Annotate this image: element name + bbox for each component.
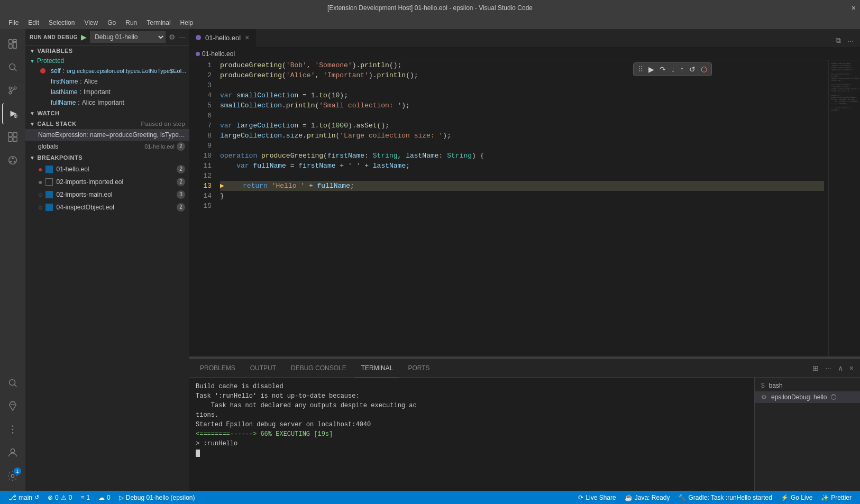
status-live-share[interactable]: ⟳ Live Share [574, 491, 620, 504]
more-actions-button[interactable]: ··· [845, 34, 856, 47]
activity-accounts[interactable] [2, 442, 23, 463]
status-remote[interactable]: ☁ 0 [94, 491, 115, 504]
tab-terminal[interactable]: TERMINAL [355, 359, 400, 378]
status-prettier[interactable]: ✨ Prettier [817, 491, 856, 504]
tab-close-button[interactable]: × [245, 33, 249, 42]
callstack-item-1[interactable]: globals 01-hello.eol 2 [25, 141, 189, 152]
tab-output[interactable]: OUTPUT [244, 359, 282, 378]
code-line-1: produceGreeting('Bob', 'Someone').printl… [220, 60, 824, 70]
code-line-8: largeCollection.size.println('Large coll… [220, 131, 824, 141]
activity-source-control[interactable] [2, 80, 23, 101]
bp-checkbox-0[interactable] [45, 166, 53, 173]
debug-draghandle[interactable]: ⠿ [636, 64, 645, 75]
bp-checkbox-3[interactable] [45, 204, 53, 211]
svg-point-7 [9, 91, 12, 94]
debug-continue-btn[interactable]: ▶ [646, 64, 656, 75]
bp-dot-ring-3: ○ [38, 202, 42, 213]
status-info[interactable]: ≡ 1 [76, 491, 94, 504]
debug-restart-btn[interactable]: ↺ [687, 64, 698, 75]
menu-file[interactable]: File [4, 18, 23, 28]
terminal-session-bash[interactable]: $ bash [755, 380, 860, 391]
status-branch[interactable]: ⎇ main ↺ [4, 491, 43, 504]
terminal-output[interactable]: Build cache is disabled Task ':runHello'… [189, 378, 754, 491]
variable-lastname[interactable]: lastName : Important [25, 87, 189, 97]
variable-fullname[interactable]: fullName : Alice Important [25, 97, 189, 108]
callstack-item-0[interactable]: NameExpression: name=produceGreeting, is… [25, 129, 189, 141]
bp-checkbox-2[interactable] [45, 191, 53, 198]
close-button[interactable]: × [852, 4, 856, 12]
activity-remote[interactable] [2, 150, 23, 171]
panel-up-btn[interactable]: ∧ [836, 363, 845, 373]
editor-top: 01-hello.eol × ⧉ ··· 01-hello.eol ⠿ ▶ [189, 29, 860, 356]
bp-checkbox-1[interactable] [45, 178, 53, 186]
tab-debug-console[interactable]: DEBUG CONSOLE [285, 359, 353, 378]
terminal-line-4: tions. [196, 410, 748, 420]
error-count: 0 [55, 494, 59, 501]
tab-problems[interactable]: PROBLEMS [194, 359, 242, 378]
breakpoint-item-0[interactable]: ● 01-hello.eol 2 [25, 163, 189, 176]
bp-dot-ring-2: ○ [38, 189, 42, 200]
activity-search[interactable] [2, 57, 23, 78]
live-share-label: Live Share [585, 494, 616, 501]
svg-point-4 [10, 64, 15, 70]
breakpoint-item-1[interactable]: ● 02-imports-imported.eol 2 [25, 176, 189, 188]
status-errors[interactable]: ⊗ 0 ⚠ 0 [43, 491, 76, 504]
status-java[interactable]: ☕ Java: Ready [620, 491, 674, 504]
activity-search-bottom[interactable] [2, 372, 23, 393]
debug-stop-btn[interactable]: ⬡ [699, 64, 709, 75]
panel-more-btn[interactable]: ··· [823, 363, 834, 373]
variables-section-header[interactable]: ▼ VARIABLES [25, 45, 189, 56]
tab-label: 01-hello.eol [205, 34, 241, 42]
menu-terminal[interactable]: Terminal [142, 18, 175, 28]
info-count: 1 [86, 494, 90, 501]
panel-layout-btn[interactable]: ⊞ [810, 363, 821, 373]
code-container[interactable]: 1 2 3 4 5 6 7 8 9 10 11 12 13 14 [189, 60, 860, 356]
activity-test[interactable] [2, 396, 23, 417]
panel-close-btn[interactable]: × [847, 363, 856, 373]
status-debug[interactable]: ▷ Debug 01-hello (epsilon) [115, 491, 199, 504]
activity-more[interactable] [2, 419, 23, 440]
menu-edit[interactable]: Edit [24, 18, 43, 28]
breakpoint-item-2[interactable]: ○ 02-imports-main.eol 3 [25, 188, 189, 201]
breadcrumb: 01-hello.eol [189, 48, 860, 60]
tab-ports[interactable]: PORTS [401, 359, 436, 378]
debug-into-btn[interactable]: ↓ [669, 64, 677, 75]
app-title: [Extension Development Host] 01-hello.eo… [327, 4, 533, 12]
svg-point-8 [14, 87, 16, 89]
callstack-header[interactable]: ▼ CALL STACK Paused on step [25, 118, 189, 129]
menu-help[interactable]: Help [176, 18, 198, 28]
variable-firstname[interactable]: firstName : Alice [25, 76, 189, 87]
debug-configuration-select[interactable]: Debug 01-hello [90, 31, 166, 43]
menu-run[interactable]: Run [121, 18, 141, 28]
terminal-cursor [196, 450, 200, 457]
split-editor-button[interactable]: ⧉ [834, 34, 843, 47]
protected-group-header[interactable]: ▼ Protected [25, 56, 189, 66]
activity-run-debug[interactable] [2, 103, 23, 124]
menu-view[interactable]: View [80, 18, 102, 28]
svg-rect-15 [8, 138, 12, 141]
terminal-session-epsilon[interactable]: ⚙ epsilonDebug: hello [755, 391, 860, 403]
debug-more-button[interactable]: ··· [179, 33, 185, 41]
activity-extensions[interactable] [2, 126, 23, 148]
status-go-live[interactable]: ⚡ Go Live [776, 491, 817, 504]
activity-settings[interactable]: 1 [2, 465, 23, 487]
menu-go[interactable]: Go [103, 18, 120, 28]
breakpoints-header[interactable]: ▼ BREAKPOINTS [25, 152, 189, 163]
tab-01-hello-eol[interactable]: 01-hello.eol × [189, 29, 256, 47]
watch-chevron: ▼ [30, 111, 35, 116]
menu-selection[interactable]: Selection [44, 18, 79, 28]
debug-gear-button[interactable]: ⚙ [169, 33, 176, 41]
status-gradle[interactable]: 🔨 Gradle: Task :runHello started [674, 491, 776, 504]
debug-play-button[interactable]: ▶ [81, 33, 87, 41]
variable-self[interactable]: self : org.eclipse.epsilon.eol.types.Eol… [25, 66, 189, 76]
debug-over-btn[interactable]: ↷ [657, 64, 668, 75]
code-line-11: var fullName = firstName + ' ' + lastNam… [220, 161, 824, 171]
sidebar-panel: RUN AND DEBUG ▶ Debug 01-hello ⚙ ··· ▼ V… [25, 29, 189, 491]
watch-section-header[interactable]: ▼ WATCH [25, 108, 189, 118]
breakpoint-item-3[interactable]: ○ 04-inspectObject.eol 2 [25, 201, 189, 214]
debug-run-icon: ▷ [119, 494, 124, 501]
svg-line-22 [14, 384, 16, 387]
activity-explorer[interactable] [2, 33, 23, 54]
debug-out-btn[interactable]: ↑ [678, 64, 686, 75]
epsilon-debug-label: epsilonDebug: hello [771, 393, 827, 401]
